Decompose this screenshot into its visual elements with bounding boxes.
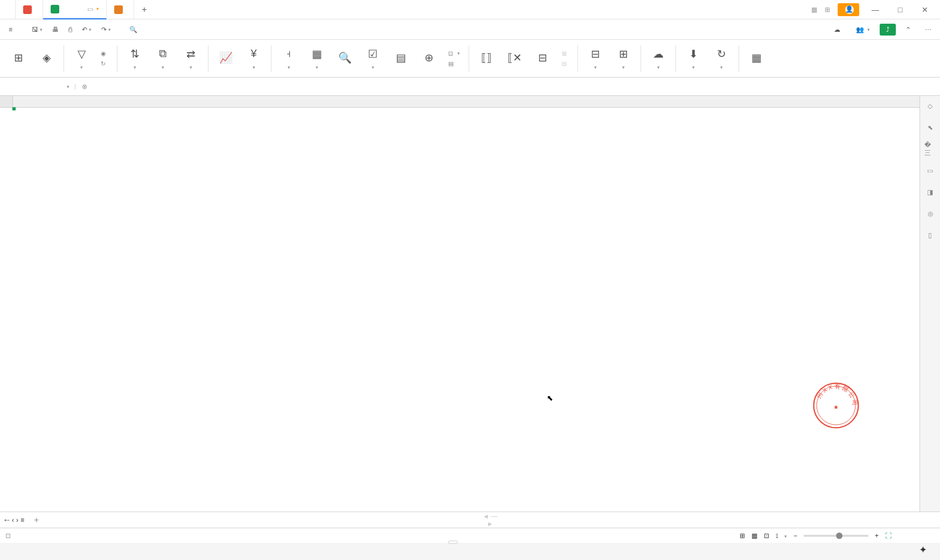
group-icon: ⟦⟧ (479, 51, 493, 65)
pivot-table-button[interactable]: ⊞ (5, 43, 31, 75)
view-break-icon[interactable]: ⊡ (764, 532, 769, 540)
select-all-corner[interactable] (0, 96, 13, 107)
stock-button[interactable]: 📈 (213, 43, 239, 75)
tab-workbook[interactable]: ▭ • (43, 0, 107, 19)
validation-button[interactable]: ☑ ▾ (360, 43, 386, 75)
docer-icon (23, 5, 32, 14)
share-button[interactable]: ⤴ (880, 24, 896, 36)
fullscreen-icon[interactable]: ⛶ (885, 532, 892, 540)
fund-button[interactable]: ¥ ▾ (241, 43, 267, 75)
formula-bar: ▾ ⊗ (0, 78, 940, 96)
zoom-out-button[interactable]: − (793, 532, 797, 540)
smart-analysis-button[interactable]: ◈ (33, 43, 59, 75)
add-sheet-button[interactable]: + (29, 515, 44, 525)
fill-icon: ▦ (310, 47, 324, 61)
record-form-button[interactable]: ▤ (446, 59, 458, 68)
undo-button[interactable]: ↶ ▾ (78, 24, 96, 36)
watermark: ✦ (919, 544, 929, 556)
sheet-nav-list[interactable]: ≡ (20, 516, 24, 524)
svg-text:州 X X 有 限 公 司 (有限合伙): 州 X X 有 限 公 司 (有限合伙) (812, 381, 859, 406)
select-icon[interactable]: ⬉ (924, 122, 936, 134)
zoom-in-button[interactable]: + (875, 532, 879, 540)
fill-button[interactable]: ▦ ▾ (304, 43, 330, 75)
chart-panel-icon[interactable]: ▭ (924, 165, 936, 177)
preview-icon[interactable]: ⎙ (64, 24, 76, 36)
menu-hamburger[interactable]: ≡ (4, 24, 17, 36)
tab-template[interactable] (16, 0, 43, 19)
view-normal-icon[interactable]: ⊞ (740, 532, 745, 540)
stock-icon: 📈 (219, 51, 233, 65)
sheet-nav-first[interactable]: ⤌ (4, 516, 10, 524)
name-box[interactable]: ▾ (0, 84, 75, 89)
pptx-icon (114, 5, 123, 14)
dropdown-list-button[interactable]: ▤ (388, 43, 414, 75)
merge-calc-icon: ⊕ (422, 51, 436, 65)
xlsx-icon (51, 5, 59, 13)
split-table-button[interactable]: ⊟ ▾ (582, 43, 608, 75)
refresh-icon: ↻ (714, 47, 728, 61)
save-icon[interactable]: 🖫 ▾ (27, 24, 47, 36)
gallery-icon[interactable]: ◨ (924, 186, 936, 198)
ungroup-button[interactable]: ⟦✕ (502, 43, 527, 75)
compare-icon: ⇄ (184, 47, 198, 61)
tab-home[interactable] (0, 0, 16, 19)
ribbon-toggle-icon[interactable]: ⌃ (901, 24, 915, 36)
command-search-input[interactable] (143, 26, 218, 33)
import-data-button[interactable]: ⬇ ▾ (680, 43, 706, 75)
subtotal-button[interactable]: ⊟ (530, 43, 555, 75)
h-scrollbar[interactable]: ◄ ― ► (479, 513, 501, 528)
settings-icon[interactable]: �三 (924, 143, 936, 155)
view-page-icon[interactable]: ▦ (751, 532, 757, 540)
validation-icon: ☑ (366, 47, 380, 61)
reading-icon[interactable]: ▯ (924, 229, 936, 241)
tab-add-button[interactable]: + (134, 5, 154, 15)
split-column-button[interactable]: ⫞ ▾ (276, 43, 302, 75)
cloud-status[interactable]: ☁ (830, 24, 846, 36)
file-menu[interactable] (18, 27, 26, 32)
status-mode-icon[interactable]: ⊡ (5, 532, 11, 540)
assistant-icon[interactable]: ◇ (924, 100, 936, 112)
sheet-nav-next[interactable]: › (16, 516, 18, 524)
simulation-button[interactable]: ⊡ ▾ (446, 49, 462, 58)
find-input-button[interactable]: 🔍 (332, 43, 358, 75)
dropdown-icon: ▤ (394, 51, 408, 65)
maximize-button[interactable]: □ (892, 5, 909, 14)
sort-button[interactable]: ⇅ ▾ (122, 43, 148, 75)
collapse-detail-button[interactable]: ⊟ (560, 59, 571, 68)
group-button[interactable]: ⟦⟧ (474, 43, 499, 75)
sheet-nav-prev[interactable]: ‹ (12, 516, 14, 524)
tab-ppt[interactable] (107, 0, 134, 19)
layout-icon[interactable]: ▦ (811, 6, 817, 13)
svg-point-1 (817, 386, 855, 425)
expand-detail-button[interactable]: ⊞ (560, 49, 571, 58)
refresh-all-button[interactable]: ↻ ▾ (708, 43, 734, 75)
duplicates-button[interactable]: ⧉ ▾ (150, 43, 176, 75)
read-mode-icon[interactable]: ⟟ (776, 532, 778, 540)
search-icon[interactable]: 🔍 (125, 24, 142, 36)
filter-button[interactable]: ▽ ▾ (68, 43, 94, 75)
svg-text:★: ★ (833, 404, 839, 410)
consolidate-button[interactable]: ⊕ (416, 43, 442, 75)
print-icon[interactable]: 🖶 (48, 24, 63, 36)
column-headers[interactable] (0, 96, 920, 108)
company-seal-stamp: ★ 州 X X 有 限 公 司 (有限合伙) (812, 381, 860, 430)
wps-cloud-data-button[interactable]: ☁ ▾ (645, 43, 671, 75)
zoom-level[interactable]: ▾ (784, 532, 787, 540)
merge-table-button[interactable]: ⊞ ▾ (610, 43, 636, 75)
backup-icon[interactable]: ◎ (924, 208, 936, 220)
redo-button[interactable]: ↷ ▾ (97, 24, 115, 36)
zoom-slider[interactable] (804, 535, 868, 537)
minimize-button[interactable]: — (867, 5, 884, 14)
data-proofread-button[interactable]: ▦ (743, 43, 769, 75)
data-compare-button[interactable]: ⇄ ▾ (178, 43, 204, 75)
more-icon[interactable]: ⋯ (921, 24, 936, 36)
cancel-formula-icon[interactable]: ⊗ (82, 83, 87, 90)
apps-icon[interactable]: ⊞ (825, 6, 830, 13)
show-all-button[interactable]: ◉ (99, 49, 110, 58)
login-button[interactable]: 👤 (838, 3, 859, 16)
collab-button[interactable]: 👥 ▾ (852, 24, 874, 36)
tab-menu-icon[interactable]: ▭ (87, 5, 93, 13)
reapply-button[interactable]: ↻ (99, 59, 110, 68)
close-button[interactable]: ✕ (916, 5, 934, 14)
merge-table-icon: ⊞ (616, 47, 630, 61)
